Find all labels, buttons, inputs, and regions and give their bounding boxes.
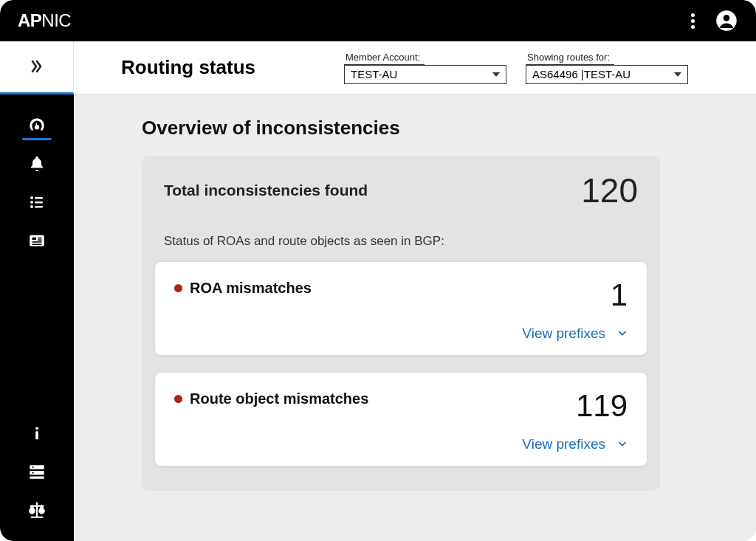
member-account-group: Member Account: TEST-AU [344,52,506,84]
routes-for-group: Showing routes for: AS64496 |TEST-AU [526,52,688,84]
status-dot-icon [174,284,182,292]
body-row: Overview of inconsistencies Total incons… [0,94,756,541]
svg-point-19 [32,466,34,468]
inconsistencies-panel: Total inconsistencies found 120 Status o… [142,156,660,491]
status-dot-icon [174,395,182,403]
kebab-menu-icon[interactable] [684,12,701,30]
nav-list[interactable] [0,183,74,221]
roa-card-count: 1 [611,280,628,311]
svg-rect-5 [35,201,43,204]
svg-rect-16 [30,465,44,469]
route-object-mismatches-card: Route object mismatches 119 View prefixe… [155,373,647,466]
caret-down-icon [492,72,500,77]
roa-card-title: ROA mismatches [190,280,312,297]
nav-servers[interactable] [0,452,74,491]
member-account-dropdown[interactable]: TEST-AU [344,65,506,84]
total-count: 120 [581,170,638,210]
svg-rect-7 [35,206,43,208]
logo-ap: AP [18,10,41,30]
svg-rect-10 [32,241,42,243]
nav-alerts[interactable] [0,145,74,183]
svg-rect-15 [35,431,38,439]
svg-rect-12 [38,238,41,239]
roa-view-prefixes-link[interactable]: View prefixes [522,325,605,342]
svg-rect-17 [30,471,44,475]
member-account-value: TEST-AU [351,68,397,80]
svg-rect-11 [32,244,42,245]
subheader: Routing status Member Account: TEST-AU S… [0,41,756,94]
svg-rect-13 [38,239,41,241]
logo: APNIC [18,10,71,31]
total-label: Total inconsistencies found [164,182,368,199]
svg-point-4 [30,201,33,204]
route-card-count: 119 [576,390,628,421]
svg-point-6 [30,205,33,208]
svg-point-14 [35,427,38,430]
account-icon[interactable] [715,9,738,32]
svg-rect-9 [32,238,36,240]
svg-rect-18 [30,477,44,479]
logo-nic: NIC [41,10,71,30]
expand-sidebar-button[interactable] [0,41,74,94]
svg-point-2 [30,196,33,199]
svg-point-20 [32,472,34,474]
routes-for-value: AS64496 |TEST-AU [532,68,630,80]
nav-info[interactable] [0,414,74,452]
roa-mismatches-card: ROA mismatches 1 View prefixes [155,262,647,355]
routes-for-dropdown[interactable]: AS64496 |TEST-AU [526,65,688,84]
route-view-prefixes-link[interactable]: View prefixes [522,436,605,452]
panel-header: Total inconsistencies found 120 [142,156,660,225]
sidebar [0,94,74,541]
topbar-right [684,9,738,32]
svg-rect-3 [35,197,43,199]
content: Overview of inconsistencies Total incons… [74,94,756,541]
nav-dashboard[interactable] [0,106,74,145]
svg-point-1 [724,15,730,21]
nav-news[interactable] [0,221,74,260]
chevron-down-icon[interactable] [617,328,628,339]
route-card-title: Route object mismatches [190,390,368,407]
nav-legal[interactable] [0,491,74,529]
page-title: Routing status [121,56,255,79]
chevron-down-icon[interactable] [617,439,628,449]
member-account-label: Member Account: [344,52,425,65]
topbar: APNIC [0,0,756,41]
dropdown-container: Member Account: TEST-AU Showing routes f… [344,52,688,84]
status-text: Status of ROAs and route objects as seen… [142,225,660,262]
overview-title: Overview of inconsistencies [142,117,660,139]
caret-down-icon [674,72,681,77]
routes-for-label: Showing routes for: [526,52,614,65]
